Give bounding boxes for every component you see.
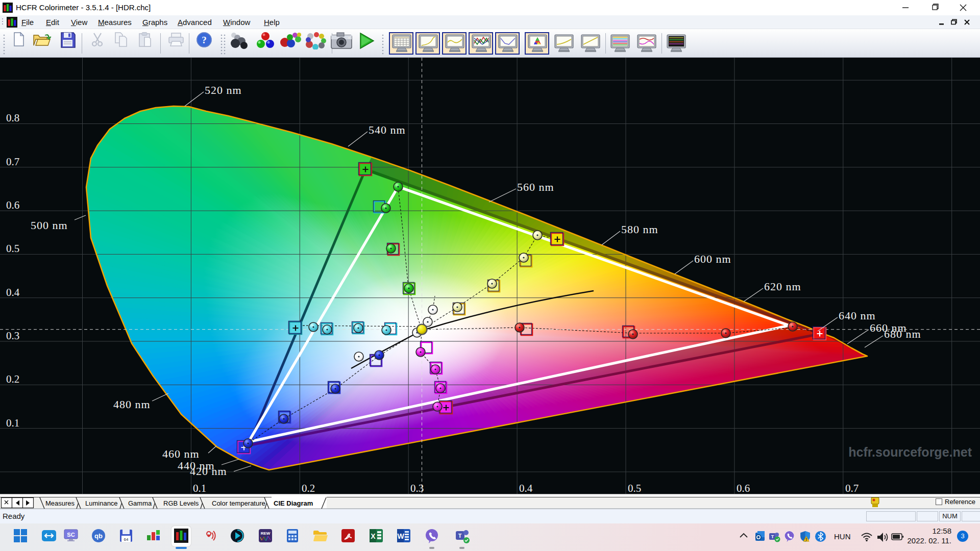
svg-text:0.6: 0.6 [737, 482, 750, 494]
svg-text:480 nm: 480 nm [113, 398, 151, 411]
svg-text:420 nm: 420 nm [190, 465, 227, 478]
svg-text:?: ? [202, 35, 207, 45]
svg-text:560 nm: 560 nm [517, 181, 554, 193]
svg-text:0.1: 0.1 [193, 482, 206, 494]
svg-text:Measures: Measures [45, 499, 75, 507]
svg-text:0.7: 0.7 [6, 156, 19, 168]
svg-text:600 nm: 600 nm [694, 253, 731, 265]
svg-text:hcfr.sourceforge.net: hcfr.sourceforge.net [848, 445, 972, 459]
svg-text:qb: qb [94, 532, 103, 540]
svg-text:Luminance: Luminance [85, 499, 118, 507]
svg-text:620 nm: 620 nm [764, 280, 801, 293]
svg-text:X: X [371, 532, 376, 540]
svg-text:0.7: 0.7 [845, 482, 859, 494]
svg-text:64: 64 [124, 537, 129, 542]
svg-text:0.5: 0.5 [6, 242, 19, 255]
svg-text:0.4: 0.4 [6, 286, 20, 298]
svg-text:RGB Levels: RGB Levels [163, 499, 199, 507]
svg-text:W: W [397, 532, 404, 540]
svg-text:0.1: 0.1 [6, 417, 19, 429]
svg-text:SC: SC [67, 532, 75, 538]
svg-text:680 nm: 680 nm [884, 328, 921, 340]
svg-text:580 nm: 580 nm [621, 223, 658, 236]
svg-text:0.3: 0.3 [6, 330, 19, 342]
svg-text:0.2: 0.2 [302, 482, 315, 494]
svg-text:Color temperature: Color temperature [212, 499, 265, 507]
svg-text:460 nm: 460 nm [162, 447, 200, 460]
svg-text:500 nm: 500 nm [31, 219, 68, 232]
svg-text:Gamma: Gamma [128, 499, 152, 507]
svg-text:540 nm: 540 nm [369, 123, 406, 136]
svg-text:0.6: 0.6 [6, 199, 19, 211]
svg-text:0.3: 0.3 [410, 482, 424, 494]
svg-text:0.8: 0.8 [6, 112, 19, 124]
svg-text:520 nm: 520 nm [205, 84, 242, 96]
svg-text:0.2: 0.2 [6, 373, 19, 385]
svg-text:Reference: Reference [945, 498, 975, 506]
svg-text:640 nm: 640 nm [839, 309, 876, 322]
svg-text:REW: REW [261, 531, 271, 536]
svg-text:CIE Diagram: CIE Diagram [274, 499, 313, 507]
svg-text:T: T [771, 534, 774, 539]
svg-text:0.5: 0.5 [628, 482, 641, 494]
svg-text:T: T [458, 533, 462, 539]
svg-text:0.4: 0.4 [519, 482, 533, 494]
